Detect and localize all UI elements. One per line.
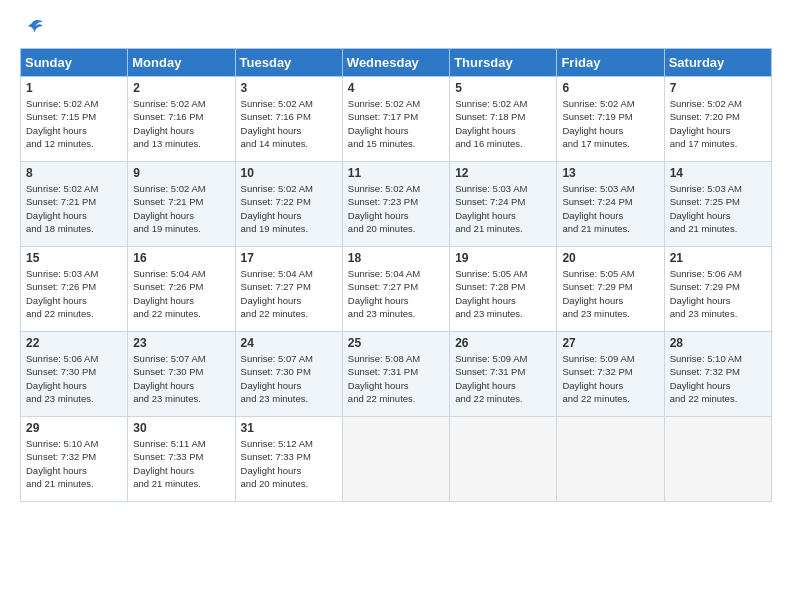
day-number: 22 <box>26 336 122 350</box>
calendar-cell: 26 Sunrise: 5:09 AM Sunset: 7:31 PM Dayl… <box>450 332 557 417</box>
calendar-week-row: 1 Sunrise: 5:02 AM Sunset: 7:15 PM Dayli… <box>21 77 772 162</box>
day-number: 19 <box>455 251 551 265</box>
day-number: 29 <box>26 421 122 435</box>
day-info: Sunrise: 5:02 AM Sunset: 7:22 PM Dayligh… <box>241 182 337 235</box>
calendar-cell: 17 Sunrise: 5:04 AM Sunset: 7:27 PM Dayl… <box>235 247 342 332</box>
calendar-cell: 22 Sunrise: 5:06 AM Sunset: 7:30 PM Dayl… <box>21 332 128 417</box>
calendar-cell: 27 Sunrise: 5:09 AM Sunset: 7:32 PM Dayl… <box>557 332 664 417</box>
day-info: Sunrise: 5:11 AM Sunset: 7:33 PM Dayligh… <box>133 437 229 490</box>
day-info: Sunrise: 5:08 AM Sunset: 7:31 PM Dayligh… <box>348 352 444 405</box>
calendar-header-saturday: Saturday <box>664 49 771 77</box>
logo-bird-icon <box>22 16 44 38</box>
calendar-cell: 18 Sunrise: 5:04 AM Sunset: 7:27 PM Dayl… <box>342 247 449 332</box>
day-number: 10 <box>241 166 337 180</box>
calendar-cell: 29 Sunrise: 5:10 AM Sunset: 7:32 PM Dayl… <box>21 417 128 502</box>
day-info: Sunrise: 5:10 AM Sunset: 7:32 PM Dayligh… <box>26 437 122 490</box>
calendar-week-row: 8 Sunrise: 5:02 AM Sunset: 7:21 PM Dayli… <box>21 162 772 247</box>
calendar-cell: 25 Sunrise: 5:08 AM Sunset: 7:31 PM Dayl… <box>342 332 449 417</box>
day-info: Sunrise: 5:10 AM Sunset: 7:32 PM Dayligh… <box>670 352 766 405</box>
day-number: 13 <box>562 166 658 180</box>
day-number: 11 <box>348 166 444 180</box>
calendar-cell: 2 Sunrise: 5:02 AM Sunset: 7:16 PM Dayli… <box>128 77 235 162</box>
day-number: 26 <box>455 336 551 350</box>
day-number: 27 <box>562 336 658 350</box>
day-info: Sunrise: 5:05 AM Sunset: 7:29 PM Dayligh… <box>562 267 658 320</box>
day-info: Sunrise: 5:03 AM Sunset: 7:24 PM Dayligh… <box>455 182 551 235</box>
calendar-header-wednesday: Wednesday <box>342 49 449 77</box>
page-header <box>20 16 772 38</box>
day-info: Sunrise: 5:07 AM Sunset: 7:30 PM Dayligh… <box>241 352 337 405</box>
calendar-header-sunday: Sunday <box>21 49 128 77</box>
day-info: Sunrise: 5:02 AM Sunset: 7:20 PM Dayligh… <box>670 97 766 150</box>
day-number: 15 <box>26 251 122 265</box>
day-info: Sunrise: 5:05 AM Sunset: 7:28 PM Dayligh… <box>455 267 551 320</box>
calendar-cell: 24 Sunrise: 5:07 AM Sunset: 7:30 PM Dayl… <box>235 332 342 417</box>
day-info: Sunrise: 5:02 AM Sunset: 7:18 PM Dayligh… <box>455 97 551 150</box>
calendar-cell <box>450 417 557 502</box>
day-number: 5 <box>455 81 551 95</box>
calendar-cell: 12 Sunrise: 5:03 AM Sunset: 7:24 PM Dayl… <box>450 162 557 247</box>
day-info: Sunrise: 5:09 AM Sunset: 7:31 PM Dayligh… <box>455 352 551 405</box>
day-info: Sunrise: 5:02 AM Sunset: 7:17 PM Dayligh… <box>348 97 444 150</box>
calendar-cell: 4 Sunrise: 5:02 AM Sunset: 7:17 PM Dayli… <box>342 77 449 162</box>
day-number: 28 <box>670 336 766 350</box>
calendar-cell: 13 Sunrise: 5:03 AM Sunset: 7:24 PM Dayl… <box>557 162 664 247</box>
day-number: 31 <box>241 421 337 435</box>
calendar-body: 1 Sunrise: 5:02 AM Sunset: 7:15 PM Dayli… <box>21 77 772 502</box>
calendar-header-thursday: Thursday <box>450 49 557 77</box>
day-number: 14 <box>670 166 766 180</box>
calendar-week-row: 15 Sunrise: 5:03 AM Sunset: 7:26 PM Dayl… <box>21 247 772 332</box>
day-info: Sunrise: 5:09 AM Sunset: 7:32 PM Dayligh… <box>562 352 658 405</box>
calendar-cell: 8 Sunrise: 5:02 AM Sunset: 7:21 PM Dayli… <box>21 162 128 247</box>
day-number: 18 <box>348 251 444 265</box>
calendar-week-row: 22 Sunrise: 5:06 AM Sunset: 7:30 PM Dayl… <box>21 332 772 417</box>
day-number: 24 <box>241 336 337 350</box>
day-number: 30 <box>133 421 229 435</box>
day-info: Sunrise: 5:03 AM Sunset: 7:25 PM Dayligh… <box>670 182 766 235</box>
day-number: 20 <box>562 251 658 265</box>
calendar-cell: 3 Sunrise: 5:02 AM Sunset: 7:16 PM Dayli… <box>235 77 342 162</box>
calendar-cell: 31 Sunrise: 5:12 AM Sunset: 7:33 PM Dayl… <box>235 417 342 502</box>
calendar-cell: 14 Sunrise: 5:03 AM Sunset: 7:25 PM Dayl… <box>664 162 771 247</box>
day-number: 2 <box>133 81 229 95</box>
day-number: 25 <box>348 336 444 350</box>
calendar-cell <box>664 417 771 502</box>
day-info: Sunrise: 5:02 AM Sunset: 7:16 PM Dayligh… <box>241 97 337 150</box>
calendar-table: SundayMondayTuesdayWednesdayThursdayFrid… <box>20 48 772 502</box>
logo <box>20 16 44 38</box>
calendar-cell: 1 Sunrise: 5:02 AM Sunset: 7:15 PM Dayli… <box>21 77 128 162</box>
day-info: Sunrise: 5:02 AM Sunset: 7:16 PM Dayligh… <box>133 97 229 150</box>
day-info: Sunrise: 5:04 AM Sunset: 7:27 PM Dayligh… <box>241 267 337 320</box>
day-number: 17 <box>241 251 337 265</box>
day-number: 7 <box>670 81 766 95</box>
calendar-cell <box>557 417 664 502</box>
calendar-header-row: SundayMondayTuesdayWednesdayThursdayFrid… <box>21 49 772 77</box>
calendar-cell: 28 Sunrise: 5:10 AM Sunset: 7:32 PM Dayl… <box>664 332 771 417</box>
day-info: Sunrise: 5:02 AM Sunset: 7:21 PM Dayligh… <box>26 182 122 235</box>
day-number: 4 <box>348 81 444 95</box>
calendar-cell: 21 Sunrise: 5:06 AM Sunset: 7:29 PM Dayl… <box>664 247 771 332</box>
day-number: 21 <box>670 251 766 265</box>
calendar-week-row: 29 Sunrise: 5:10 AM Sunset: 7:32 PM Dayl… <box>21 417 772 502</box>
calendar-cell: 9 Sunrise: 5:02 AM Sunset: 7:21 PM Dayli… <box>128 162 235 247</box>
day-number: 1 <box>26 81 122 95</box>
calendar-header-friday: Friday <box>557 49 664 77</box>
day-info: Sunrise: 5:03 AM Sunset: 7:24 PM Dayligh… <box>562 182 658 235</box>
day-info: Sunrise: 5:06 AM Sunset: 7:29 PM Dayligh… <box>670 267 766 320</box>
day-number: 6 <box>562 81 658 95</box>
calendar-cell: 30 Sunrise: 5:11 AM Sunset: 7:33 PM Dayl… <box>128 417 235 502</box>
calendar-cell: 11 Sunrise: 5:02 AM Sunset: 7:23 PM Dayl… <box>342 162 449 247</box>
day-number: 23 <box>133 336 229 350</box>
day-info: Sunrise: 5:06 AM Sunset: 7:30 PM Dayligh… <box>26 352 122 405</box>
calendar-header-monday: Monday <box>128 49 235 77</box>
day-info: Sunrise: 5:04 AM Sunset: 7:27 PM Dayligh… <box>348 267 444 320</box>
day-info: Sunrise: 5:02 AM Sunset: 7:19 PM Dayligh… <box>562 97 658 150</box>
day-number: 9 <box>133 166 229 180</box>
calendar-cell: 20 Sunrise: 5:05 AM Sunset: 7:29 PM Dayl… <box>557 247 664 332</box>
day-info: Sunrise: 5:07 AM Sunset: 7:30 PM Dayligh… <box>133 352 229 405</box>
calendar-cell: 19 Sunrise: 5:05 AM Sunset: 7:28 PM Dayl… <box>450 247 557 332</box>
calendar-cell: 6 Sunrise: 5:02 AM Sunset: 7:19 PM Dayli… <box>557 77 664 162</box>
calendar-header-tuesday: Tuesday <box>235 49 342 77</box>
calendar-cell: 23 Sunrise: 5:07 AM Sunset: 7:30 PM Dayl… <box>128 332 235 417</box>
day-info: Sunrise: 5:04 AM Sunset: 7:26 PM Dayligh… <box>133 267 229 320</box>
